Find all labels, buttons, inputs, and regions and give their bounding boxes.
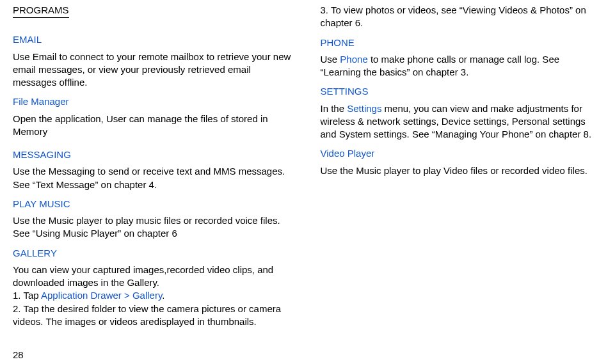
section-title-email: EMAIL — [13, 33, 295, 46]
settings-link: Settings — [347, 103, 381, 114]
section-title-phone: PHONE — [321, 36, 603, 49]
section-body-filemgr: Open the application, User can manage th… — [13, 113, 295, 139]
section-title-messaging: MESSAGING — [13, 148, 295, 161]
section-body-email: Use Email to connect to your remote mail… — [13, 51, 295, 90]
gallery-line2a: 1. Tap — [13, 290, 41, 301]
gallery-line3: 2. Tap the desired folder to view the ca… — [13, 303, 281, 327]
page-title: PROGRAMS — [13, 4, 69, 18]
gallery-link: Application Drawer > Gallery — [41, 290, 162, 301]
page-number: 28 — [13, 349, 24, 361]
page-content: PROGRAMS EMAIL Use Email to connect to y… — [0, 0, 615, 342]
section-title-videoplayer: Video Player — [321, 147, 603, 160]
gallery-line2b: . — [162, 290, 164, 301]
section-body-phone: Use Phone to make phone calls or manage … — [321, 53, 603, 79]
section-body-settings: In the Settings menu, you can view and m… — [321, 102, 603, 141]
gallery-line4: 3. To view photos or videos, see “Viewin… — [321, 4, 586, 28]
section-title-settings: SETTINGS — [321, 85, 603, 98]
section-body-playmusic: Use the Music player to play music files… — [13, 214, 295, 241]
gallery-line1: You can view your captured images,record… — [13, 264, 273, 288]
section-title-filemgr: File Manager — [13, 95, 295, 108]
section-body-videoplayer: Use the Music player to play Video files… — [321, 164, 603, 177]
section-title-playmusic: PLAY MUSIC — [13, 198, 295, 210]
settings-body1: In the — [321, 103, 347, 114]
section-title-gallery: GALLERY — [13, 247, 295, 260]
phone-link: Phone — [340, 54, 367, 65]
section-body-messaging: Use the Messaging to send or receive tex… — [13, 165, 295, 191]
phone-body1: Use — [321, 54, 340, 65]
